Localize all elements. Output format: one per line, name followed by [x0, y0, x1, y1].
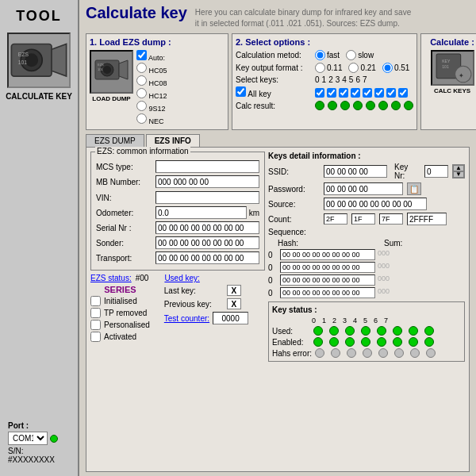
- load-dump-button[interactable]: LOAD DUMP: [92, 95, 130, 102]
- hahs-error-label: Hahs error:: [272, 349, 312, 358]
- mcs-type-input[interactable]: [155, 160, 259, 173]
- mb-number-label: MB Number:: [96, 178, 155, 186]
- result-dot-0: [315, 101, 324, 110]
- key5-checkbox[interactable]: [374, 88, 384, 98]
- enabled-dot-0: [313, 337, 323, 347]
- used-dot-3: [361, 326, 370, 336]
- count-input-1[interactable]: [324, 213, 347, 225]
- page-title: Calculate key: [86, 4, 187, 22]
- kof-051-radio[interactable]: [382, 63, 393, 73]
- calc-keys-button[interactable]: CALC KEYS: [434, 87, 470, 94]
- copy-button[interactable]: 📋: [407, 182, 421, 195]
- count-input-2[interactable]: [351, 213, 375, 225]
- key4-checkbox[interactable]: [363, 88, 372, 98]
- 9s12-radio[interactable]: [136, 101, 147, 111]
- count-input-4[interactable]: [407, 213, 447, 225]
- port-select[interactable]: COM1 COM2 COM3: [8, 432, 48, 445]
- used-label: Used:: [272, 327, 310, 336]
- load-dump-icon[interactable]: EZS 101: [90, 50, 133, 94]
- odometer-unit: km: [249, 209, 259, 217]
- key3-checkbox[interactable]: [351, 88, 360, 98]
- personalised-checkbox[interactable]: [90, 320, 101, 330]
- hahs-dot-2: [347, 348, 356, 358]
- hc05-radio[interactable]: [136, 63, 147, 73]
- tab-ezs-info[interactable]: EZS INFO: [146, 134, 200, 147]
- vin-input[interactable]: [155, 191, 259, 204]
- result-dot-1: [328, 101, 337, 110]
- auto-checkbox[interactable]: [136, 50, 147, 60]
- enabled-dot-2: [345, 337, 355, 347]
- svg-marker-9: [119, 60, 128, 79]
- hahs-dot-1: [331, 348, 340, 358]
- connection-status-dot: [50, 435, 58, 443]
- enabled-label: Enabled:: [272, 338, 310, 347]
- used-key-link[interactable]: Used key:: [164, 274, 199, 282]
- key-nr-spinner[interactable]: ▲ ▼: [452, 164, 465, 178]
- key6-checkbox[interactable]: [386, 88, 396, 98]
- svg-text:101: 101: [18, 60, 28, 65]
- all-key-checkbox[interactable]: [236, 86, 246, 97]
- source-input[interactable]: [324, 198, 427, 210]
- hc12-radio[interactable]: [136, 88, 147, 98]
- series-label: SERIES: [90, 285, 150, 294]
- password-input[interactable]: [324, 182, 403, 195]
- enabled-dots: [313, 337, 434, 347]
- mb-number-input[interactable]: [155, 175, 259, 188]
- hc08-radio[interactable]: [136, 75, 147, 86]
- key-nr-input[interactable]: [424, 165, 448, 178]
- ezs-status-link[interactable]: EZS status:: [90, 274, 132, 282]
- hash-input-0[interactable]: [280, 249, 375, 260]
- enabled-dot-4: [377, 337, 386, 347]
- odometer-input[interactable]: [155, 206, 247, 219]
- initialised-checkbox[interactable]: [90, 296, 101, 306]
- transport-input[interactable]: [155, 251, 259, 264]
- individual-key-checkboxes: [315, 88, 408, 98]
- select-keys-label: Select keys:: [236, 75, 315, 84]
- key1-checkbox[interactable]: [327, 88, 336, 98]
- transport-label: Transport:: [96, 254, 155, 263]
- test-counter-input[interactable]: [213, 312, 248, 324]
- svg-text:EZS: EZS: [18, 52, 29, 57]
- hash-input-2[interactable]: [280, 274, 375, 286]
- test-counter-link[interactable]: Test counter:: [164, 314, 209, 323]
- sidebar-title: TOOL: [16, 8, 62, 25]
- svg-text:EZS: EZS: [98, 63, 104, 67]
- spin-down[interactable]: ▼: [453, 171, 464, 178]
- calc-method-label: Calculation metod:: [236, 51, 315, 60]
- key0-checkbox[interactable]: [315, 88, 324, 98]
- key2-checkbox[interactable]: [339, 88, 348, 98]
- calc-keys-icon[interactable]: KEY 101 ✦: [431, 50, 474, 86]
- used-dots: [313, 326, 434, 336]
- hahs-dot-0: [315, 348, 324, 358]
- tab-ezs-dump[interactable]: EZS DUMP: [86, 134, 144, 147]
- enabled-dot-7: [424, 337, 434, 347]
- hahs-dots: [315, 348, 436, 358]
- nec-radio[interactable]: [136, 113, 147, 124]
- fast-radio[interactable]: [315, 50, 325, 60]
- used-dot-7: [424, 326, 434, 336]
- result-dot-5: [378, 101, 388, 110]
- serial-number: S/N: #XXXXXXXX: [8, 447, 70, 464]
- count-label: Count:: [268, 215, 320, 224]
- sidebar: TOOL EZS 101 CALCULATE KEY Port : COM1 C…: [0, 0, 79, 476]
- count-input-3[interactable]: [379, 213, 403, 225]
- serial-nr-input[interactable]: [155, 221, 259, 234]
- svg-text:✦: ✦: [458, 72, 463, 79]
- ssid-input[interactable]: [324, 165, 387, 178]
- sonder-input[interactable]: [155, 236, 259, 249]
- fast-radio-label[interactable]: fast: [315, 50, 340, 60]
- info-panel: EZS: common information MCS type: MB Num…: [86, 147, 470, 472]
- hahs-dot-5: [394, 348, 404, 358]
- hash-input-3[interactable]: [280, 287, 375, 298]
- key7-checkbox[interactable]: [398, 88, 408, 98]
- activated-checkbox[interactable]: [90, 332, 101, 342]
- slow-radio[interactable]: [346, 50, 356, 60]
- hash-input-1[interactable]: [280, 262, 375, 273]
- slow-radio-label[interactable]: slow: [346, 50, 374, 60]
- tp-removed-checkbox[interactable]: [90, 308, 101, 318]
- key-status-section: Key status : 0 1 2 3 4 5 6 7: [268, 301, 465, 362]
- kof-021-radio[interactable]: [348, 63, 359, 73]
- left-column: EZS: common information MCS type: MB Num…: [90, 152, 265, 467]
- kof-011-radio[interactable]: [315, 63, 325, 73]
- used-dot-6: [409, 326, 418, 336]
